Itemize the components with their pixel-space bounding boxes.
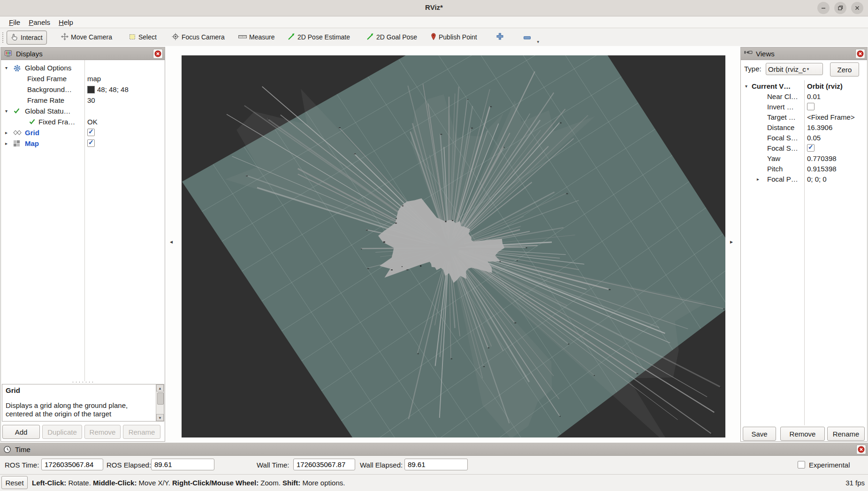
description-scrollbar[interactable]: ▲ ▼	[156, 384, 164, 421]
toolbar-drag-handle[interactable]	[2, 32, 4, 43]
time-close-button[interactable]	[856, 445, 866, 454]
displays-row-fixed-frame[interactable]: Fixed Framemap	[1, 74, 164, 84]
views-row-target-[interactable]: Target …<Fixed Frame>	[741, 112, 867, 123]
views-row-yaw[interactable]: Yaw0.770398	[741, 153, 867, 164]
views-panel: Views Type: Orbit (rviz_c ▾ Zero ▾Curren…	[740, 47, 868, 442]
views-row-distance[interactable]: Distance16.3906	[741, 123, 867, 133]
displays-tree: ▾Global OptionsFixed FramemapBackground……	[1, 60, 164, 381]
menu-file[interactable]: File	[5, 17, 24, 27]
view-type-value: Orbit (rviz_c	[768, 65, 806, 73]
dropdown-caret-icon[interactable]: ▾	[537, 39, 539, 44]
views-row-focal-s-[interactable]: Focal S…0.05	[741, 133, 867, 144]
green-arrow-icon	[366, 33, 374, 42]
property-value[interactable]: 30	[87, 96, 95, 104]
displays-panel-title: Displays	[16, 50, 43, 58]
property-value[interactable]	[807, 144, 815, 152]
experimental-checkbox[interactable]	[798, 461, 805, 468]
time-panel-header: Time	[0, 443, 868, 456]
property-value[interactable]: map	[87, 75, 101, 83]
displays-close-button[interactable]	[153, 49, 163, 59]
remove-tool-button[interactable]: ▾	[520, 31, 534, 44]
wall-time-label: Wall Time:	[257, 461, 289, 469]
checkbox-checked[interactable]	[87, 129, 95, 136]
reset-button[interactable]: Reset	[1, 476, 28, 489]
tool-publish-point[interactable]: Publish Point	[427, 31, 481, 44]
views-row-near-cl-[interactable]: Near Cl…0.01	[741, 92, 867, 102]
fps-counter: 31 fps	[845, 479, 865, 487]
ros-elapsed-input[interactable]	[151, 459, 214, 470]
viewport-3d[interactable]	[182, 55, 725, 437]
property-value[interactable]: 0.770398	[807, 154, 837, 162]
views-row-current-v-[interactable]: ▾Current V…Orbit (rviz)	[741, 81, 867, 92]
wall-elapsed-input[interactable]	[404, 459, 468, 470]
views-row-focal-s-[interactable]: Focal S…	[741, 143, 867, 154]
expander-closed-icon[interactable]: ▸	[5, 130, 11, 135]
zero-button[interactable]: Zero	[830, 62, 859, 77]
scroll-up-icon[interactable]: ▲	[156, 384, 164, 391]
expander-closed-icon[interactable]: ▸	[5, 141, 11, 146]
property-value[interactable]: 48; 48; 48	[87, 85, 129, 93]
checkbox-unchecked[interactable]	[807, 103, 815, 110]
displays-row-grid[interactable]: ▸Grid	[1, 128, 164, 138]
displays-splitter-handle[interactable]	[71, 381, 93, 383]
value-text: 0; 0; 0	[807, 175, 827, 183]
property-value[interactable]	[87, 139, 95, 147]
views-close-button[interactable]	[855, 49, 865, 59]
property-label: Target …	[767, 113, 796, 121]
views-row-pitch[interactable]: Pitch0.915398	[741, 164, 867, 175]
property-value[interactable]	[807, 103, 815, 110]
property-value[interactable]: OK	[87, 118, 98, 126]
expander-open-icon[interactable]: ▾	[5, 108, 11, 114]
expander-closed-icon[interactable]: ▸	[757, 176, 762, 182]
expander-open-icon[interactable]: ▾	[745, 84, 751, 89]
expander-open-icon[interactable]: ▾	[5, 65, 11, 70]
check-icon	[13, 107, 21, 115]
menu-help[interactable]: Help	[54, 17, 77, 27]
property-value[interactable]: 0.915398	[807, 165, 837, 173]
tool-2d-goal-pose[interactable]: 2D Goal Pose	[363, 31, 421, 44]
add-button[interactable]: Add	[2, 425, 40, 439]
property-value[interactable]	[87, 129, 95, 136]
rename-button[interactable]: Rename	[827, 427, 865, 441]
tool-select[interactable]: Select	[125, 31, 160, 44]
property-value[interactable]: 0.05	[807, 134, 821, 142]
remove-button[interactable]: Remove	[780, 427, 825, 441]
displays-row-frame-rate[interactable]: Frame Rate30	[1, 95, 164, 106]
tool-measure[interactable]: Measure	[235, 31, 278, 44]
property-value[interactable]: 0.01	[807, 92, 821, 100]
menubar: FilePanelsHelp	[0, 16, 868, 28]
description-body: Displays a grid along the ground plane, …	[6, 401, 146, 418]
displays-row-global-statu-[interactable]: ▾Global Statu…	[1, 106, 164, 117]
restore-button[interactable]	[834, 2, 846, 14]
views-row-invert-[interactable]: Invert …	[741, 102, 867, 113]
view-type-dropdown[interactable]: Orbit (rviz_c ▾	[766, 63, 823, 75]
scrollbar-thumb[interactable]	[157, 392, 164, 405]
tool-2d-pose-estimate[interactable]: 2D Pose Estimate	[284, 31, 354, 44]
menu-panels[interactable]: Panels	[24, 17, 54, 27]
property-value[interactable]: 16.3906	[807, 123, 832, 131]
displays-row-map[interactable]: ▸Map	[1, 138, 164, 149]
tool-move-camera[interactable]: Move Camera	[57, 31, 116, 44]
tool-interact[interactable]: Interact	[7, 31, 47, 45]
wall-time-input[interactable]	[293, 459, 355, 470]
displays-row-background-[interactable]: Background…48; 48; 48	[1, 84, 164, 95]
ros-time-input[interactable]	[41, 459, 103, 470]
property-value[interactable]: 0; 0; 0	[807, 175, 827, 183]
map-icon	[13, 140, 21, 148]
checkbox-checked[interactable]	[807, 144, 815, 152]
property-value[interactable]: <Fixed Frame>	[807, 113, 855, 121]
displays-row-fixed-fra-[interactable]: Fixed Fra…OK	[1, 117, 164, 128]
minimize-button[interactable]	[817, 2, 830, 14]
views-row-focal-p-[interactable]: ▸Focal P…0; 0; 0	[741, 174, 867, 185]
close-button[interactable]	[851, 2, 863, 14]
property-value[interactable]: Orbit (rviz)	[807, 82, 843, 90]
tool-focus-camera[interactable]: Focus Camera	[168, 31, 228, 44]
displays-row-global-options[interactable]: ▾Global Options	[1, 63, 164, 74]
save-button[interactable]: Save	[743, 427, 776, 441]
collapse-right-panel-arrow[interactable]: ▸	[730, 238, 733, 245]
scroll-down-icon[interactable]: ▼	[156, 414, 164, 421]
checkbox-checked[interactable]	[87, 139, 95, 147]
collapse-left-panel-arrow[interactable]: ◂	[170, 238, 173, 245]
add-tool-button[interactable]	[493, 31, 507, 44]
time-panel-title: Time	[15, 445, 30, 453]
